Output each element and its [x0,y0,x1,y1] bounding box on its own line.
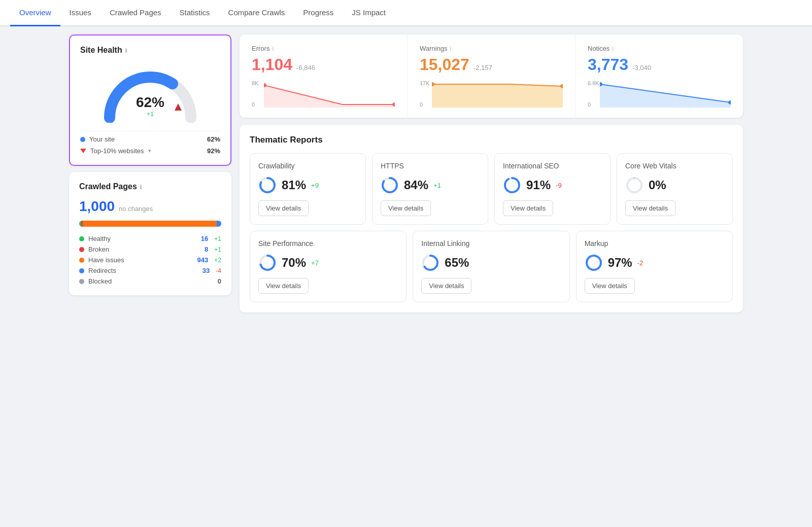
view-details-button[interactable]: View details [585,278,635,294]
view-details-button[interactable]: View details [625,200,675,216]
metric-label: Errors i [252,45,395,52]
view-details-button[interactable]: View details [381,200,431,216]
report-delta: +1 [433,182,441,189]
view-details-button[interactable]: View details [258,278,309,294]
circle-progress [503,176,521,194]
metric-label: Notices i [588,45,731,52]
report-card-crawlability: Crawlability 81%+9View details [250,153,366,225]
report-score: 0% [649,178,666,192]
stat-dot [79,258,84,263]
chart-top-label: 8K [252,80,258,86]
stat-label: Redirects [88,267,116,274]
crawled-count: 1,000 [79,198,115,215]
nav-progress[interactable]: Progress [294,0,343,26]
stat-label: Have issues [88,256,124,264]
report-card-markup: Markup 97%-2View details [576,231,733,302]
stat-delta: +1 [214,235,221,242]
metric-delta: -2,157 [473,64,492,72]
chart-bot-label: 0 [252,101,255,108]
metric-info-icon[interactable]: i [612,45,614,52]
site-health-card: Site Health i 62% +1 [69,34,231,166]
report-name: HTTPS [381,162,480,170]
top10-chevron-icon[interactable]: ▾ [148,148,151,154]
view-details-button[interactable]: View details [503,200,553,216]
nav-js-impact[interactable]: JS Impact [343,0,395,26]
report-delta: +9 [311,182,319,189]
stat-label: Blocked [88,277,112,285]
report-score: 91% [526,178,551,192]
circle-fill [505,178,519,192]
crawled-pages-info-icon[interactable]: i [140,183,142,191]
svg-marker-3 [600,84,731,108]
metric-value: 3,773 [588,55,628,74]
crawled-pages-label: Crawled Pages [79,182,137,191]
report-name: International SEO [503,162,602,170]
report-card-site-performance: Site Performance 70%+7View details [250,231,407,302]
right-panel: Errors i1,104-6,846 8K 0 Warnings i15,02… [240,34,743,312]
circle-progress [381,176,399,194]
report-card-international-seo: International SEO 91%-9View details [494,153,611,225]
nav-crawled-pages[interactable]: Crawled Pages [100,0,171,26]
metric-label: Warnings i [420,45,563,52]
circle-svg [258,254,277,272]
metric-card-errors: Errors i1,104-6,846 8K 0 [240,34,408,118]
crawled-bar [79,221,221,227]
view-details-button[interactable]: View details [258,200,309,216]
crawled-pages-card: Crawled Pages i 1,000 no changes Healthy… [69,172,231,295]
stat-delta: -4 [216,267,221,274]
circle-progress [421,254,439,272]
nav-statistics[interactable]: Statistics [171,0,219,26]
metric-value: 15,027 [420,55,469,74]
crawled-stats: Healthy16+1Broken8+1Have issues943+2Redi… [79,235,221,285]
stat-delta: +1 [214,246,221,253]
circle-fill [587,256,601,270]
chart-svg [264,80,395,108]
report-score: 84% [404,178,428,192]
nav-overview[interactable]: Overview [10,0,60,26]
site-health-title: Site Health i [80,46,220,55]
svg-marker-0 [175,103,182,111]
circle-svg [503,176,521,194]
top-nav: Overview Issues Crawled Pages Statistics… [0,0,812,26]
report-name: Internal Linking [421,239,561,248]
your-site-label: Your site [89,135,115,143]
report-card-https: HTTPS 84%+1View details [372,153,488,225]
metric-value: 1,104 [252,55,292,74]
stat-dot [79,268,84,273]
metric-info-icon[interactable]: i [272,45,274,52]
circle-svg [381,176,399,194]
crawled-pages-title: Crawled Pages i [79,182,221,191]
report-delta: -2 [637,259,644,267]
circle-bg [627,178,641,192]
top10-triangle [80,149,86,153]
gauge-legend: Your site 62% Top-10% websites ▾ 92% [80,131,220,155]
top10-value: 92% [207,147,220,155]
svg-marker-2 [432,84,563,108]
stat-row-broken: Broken8+1 [79,245,221,253]
stat-dot [79,236,84,241]
stat-value: 16 [201,235,208,242]
view-details-button[interactable]: View details [421,278,471,294]
nav-compare-crawls[interactable]: Compare Crawls [219,0,294,26]
report-score: 81% [282,178,306,192]
chart-top-label: 6.8K [588,80,599,86]
report-name: Core Web Vitals [625,162,724,170]
stat-label: Healthy [88,235,111,242]
report-score: 70% [282,256,306,270]
report-card-core-web-vitals: Core Web Vitals 0%View details [617,153,733,225]
stat-dot [79,279,84,284]
report-delta: -9 [556,182,562,189]
top10-label: Top-10% websites [90,147,144,155]
reports-grid: Crawlability 81%+9View detailsHTTPS 84%+… [250,153,733,302]
thematic-title: Thematic Reports [250,135,733,145]
site-health-info-icon[interactable]: i [125,47,127,54]
metric-label-text: Warnings [420,45,447,52]
gauge-delta: +1 [136,111,164,118]
reports-row-0: Crawlability 81%+9View detailsHTTPS 84%+… [250,153,733,225]
circle-svg [421,254,439,272]
metric-label-text: Errors [252,45,269,52]
your-site-dot [80,137,85,142]
circle-svg [585,254,603,272]
nav-issues[interactable]: Issues [60,0,100,26]
metric-info-icon[interactable]: i [450,45,451,52]
